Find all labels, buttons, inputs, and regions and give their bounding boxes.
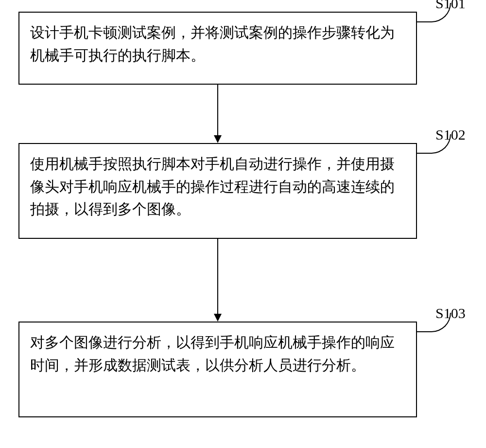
svg-marker-1 [214,135,222,143]
step-text-s103: 对多个图像进行分析，以得到手机响应机械手操作的响应时间，并形成数据测试表，以供分… [30,334,395,373]
step-label-s102: S102 [435,126,466,143]
step-box-s101: 设计手机卡顿测试案例，并将测试案例的操作步骤转化为机械手可执行的执行脚本。 [18,12,417,85]
flowchart-canvas: 设计手机卡顿测试案例，并将测试案例的操作步骤转化为机械手可执行的执行脚本。 S1… [0,0,486,448]
step-text-s101: 设计手机卡顿测试案例，并将测试案例的操作步骤转化为机械手可执行的执行脚本。 [30,24,395,63]
step-text-s102: 使用机械手按照执行脚本对手机自动进行操作，并使用摄像头对手机响应机械手的操作过程… [30,156,395,217]
step-box-s103: 对多个图像进行分析，以得到手机响应机械手操作的响应时间，并形成数据测试表，以供分… [18,322,417,417]
arrow-s101-to-s102 [217,85,218,143]
step-box-s102: 使用机械手按照执行脚本对手机自动进行操作，并使用摄像头对手机响应机械手的操作过程… [18,143,417,239]
svg-marker-3 [214,314,222,322]
step-label-s101: S101 [435,0,466,12]
step-label-s103: S103 [435,305,466,322]
arrow-s102-to-s103 [217,239,218,322]
